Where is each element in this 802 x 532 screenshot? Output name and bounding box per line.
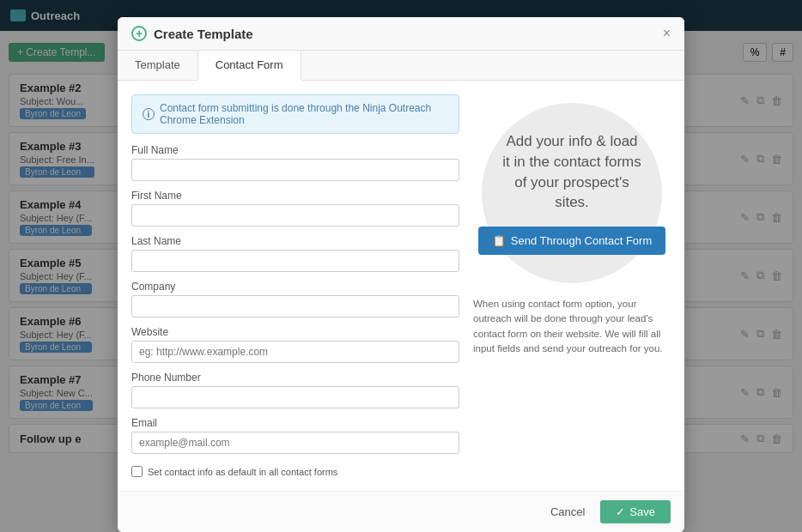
full-name-input[interactable] <box>131 159 459 181</box>
last-name-group: Last Name <box>131 235 459 272</box>
checkmark-icon: ✓ <box>616 505 625 518</box>
default-checkbox-label: Set contact info as default in all conta… <box>148 467 337 477</box>
send-through-contact-form-button[interactable]: 📋 Send Through Contact Form <box>478 227 666 255</box>
circle-text: Add your info & load it in the contact f… <box>502 131 641 213</box>
modal-tabs: Template Contact Form <box>118 51 684 81</box>
email-group: Email <box>131 417 459 454</box>
email-label: Email <box>131 417 459 429</box>
modal-title: + Create Template <box>131 26 253 41</box>
circle-graphic: Add your info & load it in the contact f… <box>482 103 662 283</box>
info-banner: i Contact form submitting is done throug… <box>131 94 459 134</box>
modal-footer: Cancel ✓ Save <box>118 491 684 532</box>
create-template-modal: + Create Template × Template Contact For… <box>118 17 684 532</box>
right-panel: Add your info & load it in the contact f… <box>473 94 671 477</box>
plus-icon: + <box>131 26 147 41</box>
document-icon: 📋 <box>492 234 506 247</box>
tab-contact-form[interactable]: Contact Form <box>197 51 301 81</box>
first-name-group: First Name <box>131 190 459 227</box>
modal-close-button[interactable]: × <box>663 26 671 41</box>
info-banner-text: Contact form submitting is done through … <box>160 102 448 126</box>
email-input[interactable] <box>131 432 459 454</box>
modal-title-text: Create Template <box>154 27 253 41</box>
website-label: Website <box>131 326 459 338</box>
save-button[interactable]: ✓ Save <box>600 500 671 523</box>
first-name-input[interactable] <box>131 204 459 227</box>
phone-label: Phone Number <box>131 372 459 384</box>
phone-group: Phone Number <box>131 372 459 408</box>
modal-header: + Create Template × <box>118 17 684 51</box>
full-name-label: Full Name <box>131 144 459 156</box>
info-icon: i <box>143 108 155 120</box>
phone-input[interactable] <box>131 386 459 408</box>
default-checkbox[interactable] <box>131 466 143 477</box>
modal-overlay: + Create Template × Template Contact For… <box>0 0 802 532</box>
last-name-input[interactable] <box>131 250 459 272</box>
company-input[interactable] <box>131 295 459 317</box>
form-column: i Contact form submitting is done throug… <box>131 94 459 477</box>
default-checkbox-row: Set contact info as default in all conta… <box>131 466 459 477</box>
website-input[interactable] <box>131 341 459 363</box>
full-name-group: Full Name <box>131 144 459 181</box>
right-panel-info-text: When using contact form option, your out… <box>473 297 671 356</box>
company-group: Company <box>131 281 459 317</box>
modal-body: i Contact form submitting is done throug… <box>118 81 684 491</box>
save-label: Save <box>629 505 655 518</box>
last-name-label: Last Name <box>131 235 459 247</box>
tab-template[interactable]: Template <box>118 51 197 81</box>
first-name-label: First Name <box>131 190 459 202</box>
company-label: Company <box>131 281 459 293</box>
website-group: Website <box>131 326 459 363</box>
cancel-button[interactable]: Cancel <box>542 500 593 523</box>
send-btn-label: Send Through Contact Form <box>511 234 653 247</box>
